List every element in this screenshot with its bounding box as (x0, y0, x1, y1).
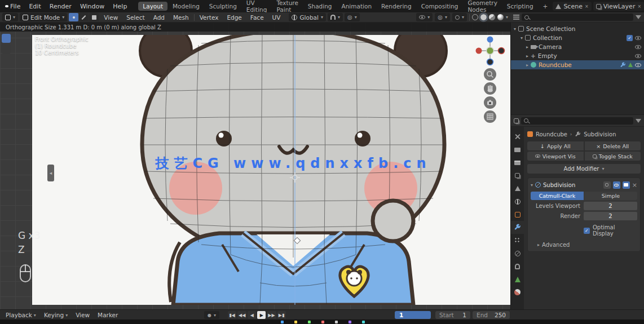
shading-wireframe-button[interactable] (472, 14, 478, 20)
zoom-button[interactable] (484, 68, 496, 81)
pan-button[interactable] (484, 82, 496, 95)
properties-editor-icon[interactable] (514, 118, 519, 123)
vertex-select-button[interactable] (69, 13, 78, 21)
expand-icon[interactable]: ▾ (521, 35, 523, 41)
viewport-vis-button[interactable]: Viewport Vis (527, 152, 584, 161)
shading-rendered-button[interactable] (497, 14, 504, 20)
menu-window[interactable]: Window (76, 2, 108, 11)
menu-marker[interactable]: Marker (94, 311, 121, 319)
tab-material[interactable] (511, 286, 524, 299)
tool-options-button[interactable] (2, 45, 11, 54)
jump-to-start-button[interactable]: ▮◀ (228, 311, 236, 319)
frame-end-field[interactable]: End 250 (473, 311, 510, 319)
overlays-dropdown[interactable]: ▾ (452, 13, 467, 21)
workspace-tab-shading[interactable]: Shading (303, 2, 337, 11)
outliner-row-collection[interactable]: ▾ Collection ✓ (511, 33, 644, 42)
shading-solid-button[interactable] (480, 14, 487, 20)
current-frame-field[interactable]: 1 (395, 311, 431, 319)
tab-world[interactable] (511, 195, 524, 208)
frame-start-field[interactable]: Start 1 (435, 311, 470, 319)
tab-output[interactable] (511, 156, 524, 169)
snap-toggle[interactable]: ▾ (328, 13, 343, 21)
toggle-stack-button[interactable]: Toggle Stack (585, 152, 641, 161)
optimal-display-checkbox[interactable]: ✓ (584, 228, 590, 234)
filter-icon[interactable] (636, 15, 641, 19)
visibility-dropdown[interactable]: ▾ (416, 13, 433, 21)
edge-select-button[interactable] (79, 13, 89, 21)
delete-all-button[interactable]: × Delete All (585, 141, 641, 150)
camera-view-button[interactable] (484, 96, 496, 109)
shading-material-button[interactable] (489, 14, 495, 20)
tab-object-data[interactable] (511, 273, 524, 286)
advanced-section[interactable]: ▸ Advanced (531, 242, 637, 248)
play-reverse-button[interactable]: ◀ (248, 311, 256, 319)
viewport-3d[interactable]: Orthographic Size 1.331 m D: 0 m (0 m) a… (0, 23, 510, 309)
filter-icon[interactable] (636, 119, 641, 123)
expand-icon[interactable]: ▸ (526, 45, 528, 50)
viewport-display-toggle[interactable] (613, 181, 620, 189)
menu-uv[interactable]: UV (269, 14, 284, 21)
breadcrumb-object[interactable]: Roundcube (536, 131, 567, 137)
hide-icon[interactable] (635, 36, 641, 40)
menu-keying[interactable]: Keying ▾ (41, 311, 71, 319)
workspace-tab-scripting[interactable]: Scripting (502, 2, 538, 11)
scene-selector[interactable]: Scene × (553, 2, 591, 11)
previous-keyframe-button[interactable]: ◀◀ (237, 311, 246, 319)
mode-selector[interactable]: Edit Mode ▾ (20, 13, 67, 21)
workspace-tab-modeling[interactable]: Modeling (168, 2, 204, 11)
close-modifier-icon[interactable]: × (632, 181, 637, 189)
face-select-button[interactable] (89, 13, 99, 21)
outliner-search-input[interactable] (522, 14, 633, 21)
menu-vertex[interactable]: Vertex (196, 14, 222, 21)
navigation-gizmo[interactable] (474, 35, 506, 66)
outliner-editor-icon[interactable] (513, 15, 519, 20)
simple-button[interactable]: Simple (584, 192, 637, 200)
outliner-row-camera[interactable]: ▸ Camera (511, 42, 644, 51)
shading-options-chevron-icon[interactable]: ▾ (506, 15, 508, 20)
collection-checkbox[interactable]: ✓ (627, 35, 633, 41)
tab-object[interactable] (511, 208, 524, 221)
play-button[interactable]: ▶ (257, 311, 266, 319)
add-modifier-button[interactable]: Add Modifier ▾ (527, 164, 641, 174)
modifier-name[interactable]: Subdivision (543, 182, 601, 188)
workspace-tab-compositing[interactable]: Compositing (417, 2, 463, 11)
auto-keying-controls[interactable]: ● ▾ (204, 311, 219, 319)
tab-particles[interactable] (511, 234, 524, 247)
expand-icon[interactable]: ▸ (526, 54, 528, 59)
tab-tool[interactable] (511, 130, 524, 143)
mesh-data-icon[interactable] (628, 63, 633, 67)
catmull-clark-button[interactable]: Catmull-Clark (531, 192, 584, 200)
menu-view[interactable]: View (100, 14, 121, 21)
view-layer-selector[interactable]: ViewLayer × (593, 2, 644, 11)
tab-modifiers[interactable] (511, 221, 524, 234)
menu-playback[interactable]: Playback ▾ (2, 311, 39, 319)
menu-add[interactable]: Add (150, 14, 168, 21)
view-layer-unlink-icon[interactable]: × (637, 4, 641, 9)
menu-render[interactable]: Render (46, 2, 76, 11)
tab-physics[interactable] (511, 247, 524, 260)
outliner-row-roundcube[interactable]: ▸ Roundcube (511, 60, 644, 69)
render-display-toggle[interactable] (623, 181, 630, 189)
breadcrumb-modifier[interactable]: Subdivision (584, 131, 616, 137)
menu-help[interactable]: Help (109, 2, 131, 11)
add-workspace-button[interactable]: + (539, 2, 553, 11)
sidebar-collapse-handle[interactable]: ◂ (47, 165, 54, 181)
hide-icon[interactable] (635, 63, 641, 67)
perspective-toggle-button[interactable] (484, 110, 496, 123)
levels-viewport-field[interactable]: 2 (584, 202, 637, 210)
next-keyframe-button[interactable]: ▶▶ (267, 311, 276, 319)
menu-face[interactable]: Face (247, 14, 267, 21)
menu-edge[interactable]: Edge (223, 14, 245, 21)
expand-icon[interactable]: ▸ (526, 63, 528, 68)
proportional-edit-toggle[interactable]: ◎ ▾ (345, 13, 360, 21)
tab-view-layer[interactable] (511, 169, 524, 182)
modifier-panel-header[interactable]: ▾ Subdivision × (531, 180, 637, 190)
workspace-tab-layout[interactable]: Layout (138, 2, 167, 11)
editor-type-selector[interactable]: ▾ (2, 13, 18, 21)
tab-scene[interactable] (511, 182, 524, 195)
menu-mesh[interactable]: Mesh (170, 14, 192, 21)
apply-all-button[interactable]: ↓ Apply All (527, 141, 584, 150)
gizmos-dropdown[interactable]: ◎ ▾ (435, 13, 450, 21)
render-levels-field[interactable]: 2 (584, 212, 637, 220)
hide-icon[interactable] (635, 54, 641, 58)
